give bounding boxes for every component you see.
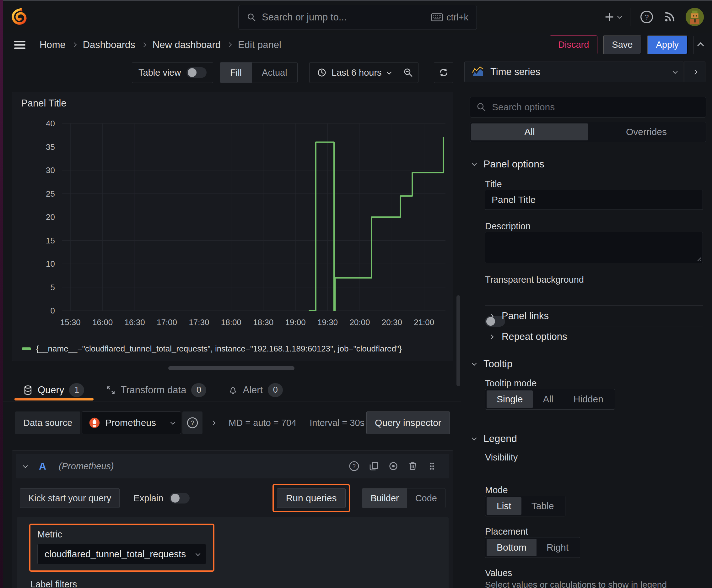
breadcrumb-home[interactable]: Home (40, 39, 66, 50)
transparent-background-label: Transparent background (485, 275, 584, 285)
panel-options-title: Panel options (483, 158, 544, 170)
drag-handle-icon[interactable] (427, 461, 437, 471)
zoom-out-button[interactable] (398, 63, 418, 83)
breadcrumb-dashboards[interactable]: Dashboards (83, 39, 135, 50)
max-data-points: MD = auto = 704 (229, 418, 296, 428)
panel-links-section[interactable]: Panel links (490, 310, 549, 322)
collapse-header-icon[interactable] (697, 42, 704, 49)
tab-transform-data[interactable]: Transform data 0 (106, 379, 206, 401)
panel-title-input[interactable] (485, 190, 703, 210)
time-range-group: Last 6 hours (309, 62, 418, 83)
actual-option[interactable]: Actual (252, 63, 297, 83)
resize-grip-icon[interactable] (695, 256, 701, 261)
divider (485, 305, 703, 306)
discard-button[interactable]: Discard (550, 36, 598, 54)
menu-toggle-button[interactable] (13, 38, 26, 51)
metric-select[interactable]: cloudflared_tunnel_total_requests (37, 544, 206, 564)
help-icon[interactable]: ? (349, 461, 360, 471)
time-range-picker[interactable]: Last 6 hours (309, 63, 398, 83)
tooltip-mode-all[interactable]: All (533, 391, 563, 408)
vertical-scrollbar[interactable] (456, 295, 460, 386)
breadcrumb-new-dashboard[interactable]: New dashboard (153, 39, 221, 50)
code-option[interactable]: Code (407, 488, 445, 508)
delete-query-icon[interactable] (408, 461, 418, 471)
save-button[interactable]: Save (603, 36, 641, 54)
placement-right[interactable]: Right (537, 539, 579, 556)
grafana-logo[interactable] (11, 8, 28, 26)
collapse-query-icon[interactable] (23, 463, 28, 468)
panel-resize-handle[interactable] (168, 366, 295, 370)
chart-legend[interactable]: {__name__="cloudflared_tunnel_total_requ… (22, 344, 402, 354)
news-rss-icon[interactable] (663, 10, 676, 24)
timeseries-chart[interactable]: 051015202530354015:3016:0016:3017:0017:3… (15, 119, 451, 340)
datasource-row: Data source Prometheus ? MD = auto = 704… (15, 412, 450, 434)
panel-links-title: Panel links (502, 310, 549, 322)
query-inspector-button[interactable]: Query inspector (366, 412, 450, 434)
help-icon[interactable]: ? (640, 10, 654, 24)
help-icon: ? (187, 417, 198, 429)
table-view-control: Table view (132, 62, 213, 83)
nav-bar: Home Dashboards New dashboard Edit panel… (3, 33, 712, 57)
plus-icon (604, 12, 615, 22)
toggle-visibility-icon[interactable] (388, 461, 398, 471)
tooltip-title: Tooltip (483, 358, 513, 370)
legend-mode-list[interactable]: List (487, 497, 521, 515)
table-view-toggle[interactable] (187, 67, 207, 78)
user-avatar[interactable] (686, 8, 704, 26)
visualization-picker[interactable]: Time series (464, 62, 684, 82)
query-row-header[interactable]: A (Prometheus) ? (16, 454, 449, 478)
tooltip-mode-single[interactable]: Single (487, 391, 533, 408)
metric-label: Metric (37, 529, 206, 540)
chevron-down-icon (386, 69, 391, 75)
description-textarea[interactable] (485, 232, 703, 263)
apply-button[interactable]: Apply (647, 36, 688, 54)
toggle-knob (188, 68, 196, 77)
global-search[interactable]: ctrl+k (238, 5, 477, 30)
svg-text:20:30: 20:30 (382, 318, 402, 327)
panel-options-header[interactable]: Panel options (472, 158, 544, 170)
builder-option[interactable]: Builder (362, 488, 407, 508)
datasource-label: Data source (15, 412, 80, 434)
values-hint: Select values or calculations to show in… (485, 580, 667, 588)
tooltip-mode-hidden[interactable]: Hidden (563, 391, 613, 408)
options-search[interactable] (470, 97, 706, 118)
chevron-down-icon (673, 69, 678, 74)
options-scope-tabs: All Overrides (470, 122, 706, 142)
options-search-input[interactable] (492, 102, 700, 112)
duplicate-query-icon[interactable] (369, 461, 379, 471)
time-range-label: Last 6 hours (331, 67, 382, 78)
tab-overrides[interactable]: Overrides (588, 123, 705, 141)
fill-option[interactable]: Fill (220, 63, 252, 83)
chart-panel[interactable]: Panel Title 051015202530354015:3016:0016… (12, 92, 453, 361)
tooltip-header[interactable]: Tooltip (472, 358, 513, 370)
repeat-options-section[interactable]: Repeat options (490, 331, 567, 342)
expand-options-icon[interactable] (211, 420, 216, 425)
chevron-right-icon (227, 42, 232, 47)
kick-start-button[interactable]: Kick start your query (20, 488, 120, 508)
editor-tabs: Query 1 Transform data 0 Alert 0 (3, 379, 461, 401)
tab-alert[interactable]: Alert 0 (228, 379, 283, 401)
tab-all[interactable]: All (471, 123, 588, 141)
query-builder-area: Metric cloudflared_tunnel_total_requests… (17, 517, 449, 588)
chevron-down-icon (196, 551, 201, 556)
datasource-picker[interactable]: Prometheus (82, 412, 181, 434)
explain-toggle[interactable] (170, 493, 190, 504)
new-menu-button[interactable] (604, 12, 621, 22)
refresh-button[interactable] (434, 62, 453, 83)
legend-mode-table[interactable]: Table (521, 497, 564, 515)
legend-mode-label: Mode (485, 485, 508, 495)
toggle-viz-picker-button[interactable] (684, 62, 706, 82)
datasource-help-button[interactable]: ? (182, 412, 202, 434)
svg-text:20: 20 (46, 212, 55, 222)
builder-code-switch: Builder Code (362, 488, 446, 508)
global-search-input[interactable] (262, 12, 426, 23)
chevron-right-icon (489, 334, 494, 339)
legend-swatch (22, 348, 31, 350)
placement-bottom[interactable]: Bottom (487, 539, 537, 556)
svg-text:15:30: 15:30 (60, 318, 81, 327)
legend-header[interactable]: Legend (472, 433, 517, 444)
run-queries-button[interactable]: Run queries (277, 488, 346, 508)
window-left-edge (0, 0, 3, 588)
legend-placement-switch: Bottom Right (485, 537, 580, 558)
tab-query[interactable]: Query 1 (23, 379, 84, 401)
